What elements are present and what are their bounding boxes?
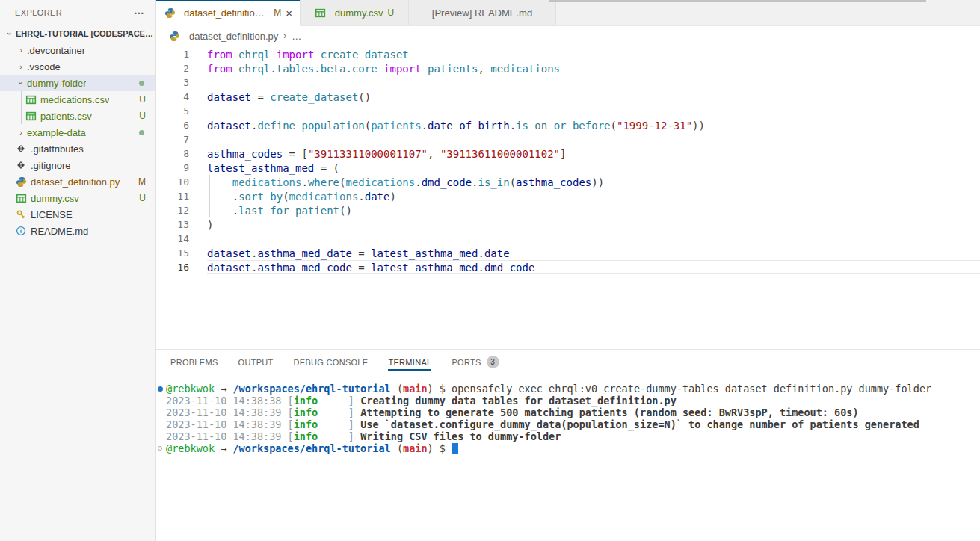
tab-dataset-definition-py[interactable]: dataset_definition.pyM× xyxy=(156,0,301,26)
ports-count-badge: 3 xyxy=(487,356,499,368)
chevron-down-icon: › xyxy=(16,77,25,89)
code-text: dataset.define_population(patients.date_… xyxy=(207,120,705,132)
indent-guide xyxy=(209,175,210,189)
python-file-icon xyxy=(15,176,27,188)
code-editor[interactable]: 1from ehrql import create_dataset2from e… xyxy=(156,46,980,349)
line-number: 12 xyxy=(156,205,207,216)
line-number: 1 xyxy=(156,49,207,60)
code-text: from ehrql import create_dataset xyxy=(207,49,409,61)
git-status-badge: U xyxy=(139,111,146,121)
terminal[interactable]: @rebkwok → /workspaces/ehrql-tutorial (m… xyxy=(156,374,980,541)
indent-guide xyxy=(21,108,22,124)
git-status-badge: U xyxy=(139,94,146,105)
license-file-icon xyxy=(15,208,27,220)
code-line-10[interactable]: 10 medications.where(medications.dmd_cod… xyxy=(156,175,980,189)
breadcrumb-ellipsis[interactable]: … xyxy=(292,31,301,42)
tree-item--vscode[interactable]: ›.vscode xyxy=(0,58,155,75)
tree-item-dummy-folder[interactable]: ›dummy-folder xyxy=(0,75,155,91)
tree-item-license[interactable]: LICENSE xyxy=(0,206,155,223)
code-line-12[interactable]: 12 .last_for_patient() xyxy=(156,203,980,217)
git-file-icon xyxy=(15,159,27,171)
line-number: 4 xyxy=(156,91,207,102)
file-label: dummy-folder xyxy=(27,78,86,89)
chevron-down-icon: › xyxy=(5,28,14,40)
tree-item-dataset-definition-py[interactable]: dataset_definition.pyM xyxy=(0,173,155,190)
breadcrumb-separator-icon: › xyxy=(283,31,286,41)
tab--preview-readme-md[interactable]: [Preview] README.md xyxy=(409,0,556,25)
tree-item-medications-csv[interactable]: medications.csvU xyxy=(0,91,155,108)
panel-tab-label: PORTS xyxy=(452,358,481,367)
tab-label: dummy.csv xyxy=(335,7,383,19)
bottom-panel: PROBLEMSOUTPUTDEBUG CONSOLETERMINALPORTS… xyxy=(156,349,980,541)
breadcrumb[interactable]: dataset_definition.py › … xyxy=(156,26,980,46)
decoration-dot xyxy=(158,446,162,451)
explorer-header: EXPLORER ⋯ xyxy=(0,0,155,25)
tab-scrollbar[interactable] xyxy=(549,0,926,2)
tree-item-example-data[interactable]: ›example-data xyxy=(0,124,155,140)
code-line-15[interactable]: 15dataset.asthma_med_date = latest_asthm… xyxy=(156,246,980,260)
file-label: LICENSE xyxy=(31,209,73,220)
line-number: 8 xyxy=(156,148,207,159)
explorer-sidebar: EXPLORER ⋯ › EHRQL-TUTORIAL [CODESPACES:… xyxy=(0,0,156,541)
file-label: dataset_definition.py xyxy=(31,176,120,188)
indent-guide xyxy=(209,189,210,203)
line-number: 9 xyxy=(156,162,207,173)
line-number: 11 xyxy=(156,191,207,202)
tree-item--gitignore[interactable]: .gitignore xyxy=(0,157,155,173)
csv-file-icon xyxy=(15,192,27,204)
code-line-2[interactable]: 2from ehrql.tables.beta.core import pati… xyxy=(156,61,980,75)
code-text: .last_for_patient() xyxy=(207,205,352,217)
panel-tab-terminal[interactable]: TERMINAL xyxy=(388,350,431,374)
decoration-dot xyxy=(158,386,163,392)
code-line-16[interactable]: 16dataset.asthma_med_code = latest_asthm… xyxy=(156,260,980,274)
panel-tab-debug-console[interactable]: DEBUG CONSOLE xyxy=(294,350,369,374)
code-line-13[interactable]: 13) xyxy=(156,217,980,232)
code-line-9[interactable]: 9latest_asthma_med = ( xyxy=(156,161,980,175)
code-line-5[interactable]: 5 xyxy=(156,104,980,118)
command-pending-icon xyxy=(158,446,166,451)
code-text: from ehrql.tables.beta.core import patie… xyxy=(207,63,560,75)
code-line-8[interactable]: 8asthma_codes = ["39113311000001107", "3… xyxy=(156,146,980,161)
panel-tab-output[interactable]: OUTPUT xyxy=(238,350,274,374)
tab-label: dataset_definition.py xyxy=(184,7,269,19)
tab-label: [Preview] README.md xyxy=(432,7,532,19)
line-number: 10 xyxy=(156,176,207,188)
close-icon[interactable]: × xyxy=(286,7,292,19)
tab-dirty-badge: U xyxy=(388,7,395,18)
code-line-7[interactable]: 7 xyxy=(156,132,980,146)
panel-tab-ports[interactable]: PORTS3 xyxy=(452,350,499,374)
tree-item-readme-md[interactable]: README.md xyxy=(0,223,155,239)
terminal-line-1: @rebkwok → /workspaces/ehrql-tutorial (m… xyxy=(158,383,980,395)
code-text: dataset = create_dataset() xyxy=(207,91,371,103)
code-line-3[interactable]: 3 xyxy=(156,75,980,90)
breadcrumb-file[interactable]: dataset_definition.py xyxy=(189,31,278,42)
code-text: medications.where(medications.dmd_code.i… xyxy=(207,176,604,188)
chevron-right-icon: › xyxy=(15,62,27,71)
tree-item--gitattributes[interactable]: .gitattributes xyxy=(0,140,155,157)
panel-tab-label: TERMINAL xyxy=(388,358,431,367)
code-line-6[interactable]: 6dataset.define_population(patients.date… xyxy=(156,118,980,132)
code-line-11[interactable]: 11 .sort_by(medications.date) xyxy=(156,189,980,203)
git-file-icon xyxy=(15,143,27,155)
indent-guide xyxy=(209,203,210,217)
tree-item-dummy-csv[interactable]: dummy.csvU xyxy=(0,190,155,206)
terminal-line-2: 2023-11-10 14:38:38 [info ] Creating dum… xyxy=(158,395,980,406)
file-tree: ›.devcontainer›.vscode›dummy-foldermedic… xyxy=(0,42,155,239)
tree-item--devcontainer[interactable]: ›.devcontainer xyxy=(0,42,155,58)
explorer-title: EXPLORER xyxy=(15,8,134,17)
panel-tab-problems[interactable]: PROBLEMS xyxy=(170,350,218,374)
tree-item-patients-csv[interactable]: patients.csvU xyxy=(0,108,155,124)
code-line-1[interactable]: 1from ehrql import create_dataset xyxy=(156,47,980,61)
more-actions-icon[interactable]: ⋯ xyxy=(134,7,145,19)
terminal-line-4: 2023-11-10 14:38:39 [info ] Use `dataset… xyxy=(158,418,980,430)
line-number: 13 xyxy=(156,219,207,230)
workspace-root-folder[interactable]: › EHRQL-TUTORIAL [CODESPACES:... xyxy=(0,25,155,42)
file-label: example-data xyxy=(27,127,86,138)
code-line-14[interactable]: 14 xyxy=(156,232,980,246)
chevron-right-icon: › xyxy=(15,46,27,55)
tab-dummy-csv[interactable]: dummy.csvU xyxy=(301,0,409,25)
git-status-badge: U xyxy=(139,193,146,203)
line-number: 5 xyxy=(156,105,207,117)
code-line-4[interactable]: 4dataset = create_dataset() xyxy=(156,90,980,104)
tab-bar: dataset_definition.pyM×dummy.csvU[Previe… xyxy=(156,0,980,26)
